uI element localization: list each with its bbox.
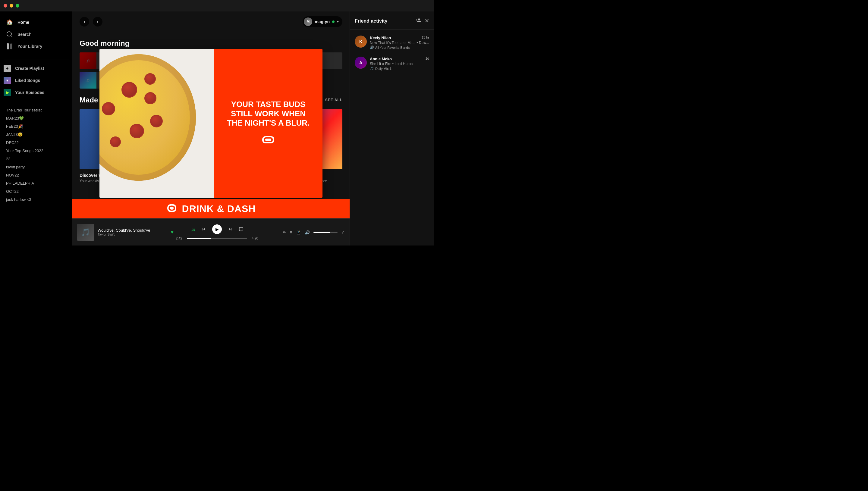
friend-context-text-keely: All Your Favorite Bands [375, 46, 410, 49]
volume-track[interactable] [313, 232, 338, 233]
friend-list: K Keely Nilan 13 hr Now That It's Too La… [350, 30, 434, 246]
search-icon [6, 31, 13, 38]
friend-info-annie: Annie Meko 1d She Lit a Fire • Lord Huro… [370, 57, 429, 70]
ad-tagline: YOUR TASTE BUDS STILL WORK WHEN THE NIGH… [224, 100, 313, 128]
sidebar-item-home-label: Home [18, 20, 29, 25]
forward-button[interactable]: › [93, 17, 103, 27]
lyrics-button[interactable] [239, 227, 244, 232]
friend-avatar-annie: A [355, 57, 367, 69]
np-song-title: Would've, Could've, Should've [97, 228, 167, 233]
playlist-item[interactable]: DEC22 [0, 139, 72, 147]
app-body: 🏠 Home Search Your Library [0, 11, 434, 246]
friend-context-annie: 🎵 Daily Mix 1 [370, 66, 429, 70]
friend-context-text-annie: Daily Mix 1 [375, 67, 392, 70]
online-indicator [332, 21, 335, 23]
playlist-item[interactable]: The Eras Tour setlist [0, 106, 72, 114]
ad-banner[interactable]: DRINK & DASH [72, 199, 349, 219]
see-all-button[interactable]: SEE ALL [325, 98, 342, 102]
close-panel-icon[interactable]: ✕ [425, 18, 429, 24]
liked-songs-label: Liked Songs [15, 78, 40, 83]
friend-time-keely: 13 hr [422, 35, 429, 39]
ad-pizza-side [100, 49, 214, 198]
shuffle-button[interactable] [191, 227, 195, 232]
playlist-item[interactable]: tswift party [0, 163, 72, 171]
np-fullscreen-icon[interactable]: ⤢ [341, 230, 345, 235]
sidebar: 🏠 Home Search Your Library [0, 11, 72, 246]
library-icon [6, 43, 13, 50]
friend-item-keely[interactable]: K Keely Nilan 13 hr Now That It's Too La… [350, 32, 434, 53]
traffic-lights [4, 4, 19, 7]
minimize-button[interactable] [10, 4, 13, 7]
np-track-info: Would've, Could've, Should've Taylor Swi… [97, 228, 167, 236]
friend-song-keely: Now That It's Too Late, Ma... • Daw... [370, 41, 429, 45]
playlist-item[interactable]: FEB23🎉 [0, 122, 72, 131]
svg-rect-0 [7, 44, 9, 49]
friend-name-keely: Keely Nilan [370, 35, 391, 40]
prev-button[interactable] [201, 227, 206, 232]
np-pencil-icon[interactable]: ✏ [283, 230, 286, 235]
your-episodes-label: Your Episodes [15, 90, 44, 95]
friend-context-keely: 🔊 All Your Favorite Bands [370, 46, 429, 49]
liked-songs-button[interactable]: ♥ Liked Songs [0, 75, 72, 86]
time-total: 4:20 [250, 236, 260, 240]
playlist-item[interactable]: PHILADELPHIA [0, 179, 72, 187]
playlist-item[interactable]: 23 [0, 155, 72, 163]
np-controls: ▶ [191, 224, 244, 234]
friend-name-row-keely: Keely Nilan 13 hr [370, 35, 429, 40]
np-center: ▶ 2:42 [174, 224, 260, 240]
user-menu[interactable]: M magtyn ▾ [303, 16, 342, 27]
sidebar-nav: 🏠 Home Search Your Library [0, 11, 72, 57]
friend-song-annie: She Lit a Fire • Lord Huron [370, 62, 429, 66]
your-episodes-button[interactable]: ▶ Your Episodes [0, 86, 72, 98]
volume-fill [313, 232, 330, 233]
friend-info-keely: Keely Nilan 13 hr Now That It's Too Late… [370, 35, 429, 49]
sidebar-item-search[interactable]: Search [2, 28, 70, 40]
liked-songs-icon: ♥ [4, 77, 11, 84]
now-playing-bar: 🎵 Would've, Could've, Should've Taylor S… [72, 219, 349, 246]
np-artist-name: Taylor Swift [97, 233, 167, 236]
friend-activity-panel: Friend activity ✕ K Keely Nilan 13 [349, 11, 434, 246]
progress-track[interactable] [187, 238, 247, 239]
friend-name-annie: Annie Meko [370, 57, 392, 61]
username-label: magtyn [315, 19, 330, 24]
sidebar-item-library-label: Your Library [18, 44, 42, 49]
sidebar-item-library[interactable]: Your Library [2, 40, 70, 52]
doordash-banner-logo [166, 203, 177, 215]
np-device-icon[interactable]: 📱 [296, 230, 301, 235]
np-album-art: 🎵 [77, 224, 94, 241]
maximize-button[interactable] [16, 4, 19, 7]
gm-card-4-image: 🎵 [80, 72, 96, 89]
titlebar [0, 0, 434, 11]
close-button[interactable] [4, 4, 7, 7]
ad-banner-text: DRINK & DASH [182, 203, 256, 214]
playlist-item[interactable]: Your Top Songs 2022 [0, 147, 72, 155]
np-left: 🎵 Would've, Could've, Should've Taylor S… [77, 224, 174, 241]
create-playlist-button[interactable]: + Create Playlist [0, 62, 72, 75]
nav-arrows: ‹ › [80, 17, 103, 27]
playlist-item[interactable]: jack harlow <3 [0, 196, 72, 204]
user-avatar: M [304, 18, 312, 26]
playlist-item[interactable]: MAR23💚 [0, 114, 72, 122]
playlist-list: The Eras Tour setlist MAR23💚 FEB23🎉 JAN2… [0, 104, 72, 246]
ad-overlay[interactable]: YOUR TASTE BUDS STILL WORK WHEN THE NIGH… [100, 49, 323, 198]
doordash-logo [259, 134, 277, 147]
np-volume-icon[interactable]: 🔊 [305, 230, 310, 235]
np-like-button[interactable]: ♥ [171, 230, 174, 235]
create-playlist-label: Create Playlist [15, 66, 44, 71]
np-queue-icon[interactable]: ≡ [290, 230, 292, 235]
find-friends-icon[interactable] [416, 18, 421, 24]
sidebar-item-home[interactable]: 🏠 Home [2, 16, 70, 28]
next-button[interactable] [228, 227, 233, 232]
friend-name-row-annie: Annie Meko 1d [370, 57, 429, 61]
friend-item-annie[interactable]: A Annie Meko 1d She Lit a Fire • Lord Hu… [350, 53, 434, 74]
content-scroll[interactable]: Good morning 🎵 Cleaning 🎵 Your Songs 202… [72, 32, 349, 199]
back-button[interactable]: ‹ [80, 17, 89, 27]
playlist-item[interactable]: OCT22 [0, 187, 72, 196]
playlist-item[interactable]: NOV22 [0, 171, 72, 179]
playlist-item[interactable]: JAN23😴 [0, 131, 72, 139]
main-content: ‹ › M magtyn ▾ Good morning 🎵 Cleaning [72, 11, 349, 246]
play-pause-button[interactable]: ▶ [212, 224, 222, 234]
gm-card-cleaning-image: 🎵 [80, 52, 96, 69]
sidebar-item-search-label: Search [18, 32, 32, 37]
friend-avatar-keely: K [355, 35, 367, 48]
